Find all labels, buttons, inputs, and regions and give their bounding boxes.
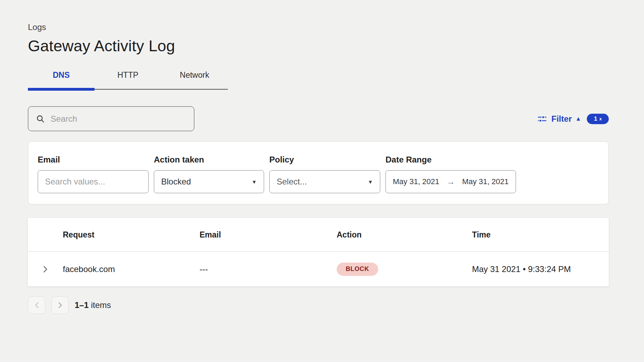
row-expander[interactable] xyxy=(28,266,63,273)
action-taken-selected-value: Blocked xyxy=(161,177,191,187)
column-header-time: Time xyxy=(472,230,609,240)
email-filter-field[interactable] xyxy=(38,170,149,193)
clear-filter-icon[interactable]: x xyxy=(599,116,602,121)
items-label: items xyxy=(91,300,111,310)
filter-group-action-taken: Action taken Blocked ▼ xyxy=(154,155,264,204)
column-header-request: Request xyxy=(63,230,200,240)
filter-controls: Filter ▲ 1 x xyxy=(537,114,609,124)
cell-request: facebook.com xyxy=(63,264,200,274)
page-title: Gateway Activity Log xyxy=(28,37,609,55)
tab-network[interactable]: Network xyxy=(161,70,228,89)
action-taken-select[interactable]: Blocked ▼ xyxy=(154,170,264,193)
action-taken-filter-label: Action taken xyxy=(154,155,264,165)
cell-time: May 31 2021 • 9:33:24 PM xyxy=(472,264,609,274)
search-filter-row: Filter ▲ 1 x xyxy=(28,106,609,131)
policy-filter-label: Policy xyxy=(269,155,380,165)
chevron-up-icon[interactable]: ▲ xyxy=(575,115,581,122)
date-range-start[interactable]: May 31, 2021 xyxy=(393,177,439,186)
cell-email: --- xyxy=(200,264,337,274)
tab-dns[interactable]: DNS xyxy=(28,70,95,89)
filter-count: 1 xyxy=(594,115,597,122)
date-range-picker[interactable]: May 31, 2021 → May 31, 2021 xyxy=(385,170,516,193)
filter-panel: Email Action taken Blocked ▼ Policy Sele… xyxy=(28,141,609,204)
email-filter-input[interactable] xyxy=(38,177,148,187)
arrow-right-icon: → xyxy=(447,177,455,187)
breadcrumb: Logs xyxy=(28,22,609,32)
search-icon xyxy=(36,114,45,123)
block-action-badge: BLOCK xyxy=(337,263,378,276)
policy-placeholder: Select... xyxy=(277,177,307,187)
activity-log-table: Request Email Action Time facebook.com -… xyxy=(28,218,609,286)
active-filter-badge[interactable]: 1 x xyxy=(587,114,609,124)
policy-select[interactable]: Select... ▼ xyxy=(269,170,380,193)
next-page-button[interactable] xyxy=(51,296,69,314)
column-header-action: Action xyxy=(337,230,472,240)
email-filter-label: Email xyxy=(38,155,149,165)
filter-group-policy: Policy Select... ▼ xyxy=(269,155,380,204)
chevron-down-icon: ▼ xyxy=(368,179,373,185)
cell-action: BLOCK xyxy=(337,263,472,276)
column-header-email: Email xyxy=(200,230,337,240)
items-range: 1–1 xyxy=(75,300,89,310)
chevron-down-icon: ▼ xyxy=(252,179,257,185)
filter-group-date-range: Date Range May 31, 2021 → May 31, 2021 xyxy=(385,155,516,204)
main-content: Logs Gateway Activity Log DNS HTTP Netwo… xyxy=(0,0,644,314)
search-box[interactable] xyxy=(28,106,194,131)
search-input[interactable] xyxy=(51,114,186,124)
filter-toggle-button[interactable]: Filter xyxy=(551,114,572,124)
previous-page-button[interactable] xyxy=(28,296,45,314)
chevron-left-icon xyxy=(35,302,39,308)
chevron-right-icon xyxy=(58,302,62,308)
items-count: 1–1 items xyxy=(75,300,111,310)
date-range-end[interactable]: May 31, 2021 xyxy=(462,177,509,186)
table-header-row: Request Email Action Time xyxy=(28,218,609,252)
table-row[interactable]: facebook.com --- BLOCK May 31 2021 • 9:3… xyxy=(28,252,609,286)
log-type-tabs: DNS HTTP Network xyxy=(28,70,228,90)
pagination: 1–1 items xyxy=(28,296,609,314)
chevron-right-icon xyxy=(43,266,47,273)
tab-http[interactable]: HTTP xyxy=(95,70,161,89)
filter-sliders-icon[interactable] xyxy=(537,114,547,123)
filter-group-email: Email xyxy=(38,155,149,204)
date-range-filter-label: Date Range xyxy=(385,155,516,165)
